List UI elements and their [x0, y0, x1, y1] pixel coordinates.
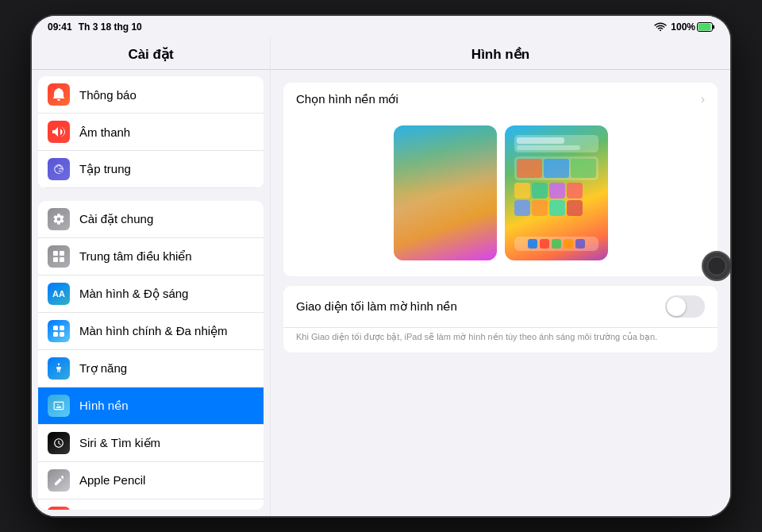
display-label: Màn hình & Độ sáng	[79, 287, 188, 301]
svg-rect-9	[60, 326, 64, 330]
svg-rect-1	[713, 25, 714, 29]
home-button[interactable]	[702, 251, 730, 281]
svg-point-12	[58, 364, 60, 365]
sidebar-item-wallpaper[interactable]: Hình nền	[38, 387, 264, 425]
touchid-icon	[48, 507, 70, 510]
choose-wallpaper-label: Chọn hình nền mới	[296, 92, 398, 106]
main-content: Cài đặt Thông báo Âm thanh	[32, 38, 730, 516]
homescreen-label: Màn hình chính & Đa nhiệm	[79, 324, 228, 338]
general-icon	[48, 208, 70, 230]
display-icon: AA	[48, 283, 70, 305]
wallpaper-choose-section: Chọn hình nền mới ›	[283, 83, 718, 276]
svg-rect-10	[53, 332, 58, 337]
svg-rect-11	[60, 332, 64, 337]
dark-mode-description: Khi Giao diện tối được bật, iPad sẽ làm …	[296, 331, 657, 343]
right-panel: Hình nền Chọn hình nền mới ›	[271, 38, 730, 516]
sidebar-item-controlcenter[interactable]: Trung tâm điều khiển	[38, 238, 264, 276]
svg-rect-8	[53, 326, 58, 330]
dark-mode-section: Giao diện tối làm mờ hình nền Khi Giao d…	[283, 286, 718, 353]
ipad-frame: 09:41 Th 3 18 thg 10 100%	[32, 16, 730, 516]
wifi-icon	[654, 21, 667, 33]
sidebar-item-touchid[interactable]: Touch ID & Mật mã	[38, 499, 264, 510]
controlcenter-icon	[48, 245, 70, 268]
dark-mode-label: Giao diện tối làm mờ hình nền	[296, 299, 457, 314]
controlcenter-label: Trung tâm điều khiển	[79, 249, 192, 264]
svg-rect-6	[53, 257, 58, 262]
sidebar-item-general[interactable]: Cài đặt chung	[38, 201, 264, 238]
sidebar-item-sounds[interactable]: Âm thanh	[38, 114, 264, 151]
siri-icon	[48, 432, 70, 454]
right-panel-title: Hình nền	[271, 38, 730, 70]
sidebar-item-homescreen[interactable]: Màn hình chính & Đa nhiệm	[38, 313, 264, 350]
status-date: Th 3 18 thg 10	[79, 21, 142, 33]
notifications-label: Thông báo	[79, 88, 137, 102]
chevron-right-icon: ›	[701, 92, 705, 106]
lock-screen-preview[interactable]	[394, 125, 497, 260]
focus-icon	[48, 158, 70, 180]
status-time: 09:41	[48, 21, 72, 33]
sidebar-item-notifications[interactable]: Thông báo	[38, 76, 264, 114]
sidebar-item-focus[interactable]: Tập trung	[38, 151, 264, 188]
sidebar-section-2: Cài đặt chung Trung tâm điều khiển AA Mà…	[38, 201, 264, 510]
choose-wallpaper-button[interactable]: Chọn hình nền mới ›	[283, 83, 718, 116]
sidebar-title: Cài đặt	[32, 38, 270, 70]
svg-rect-7	[60, 257, 64, 262]
focus-label: Tập trung	[79, 162, 131, 176]
right-panel-body: Chọn hình nền mới ›	[271, 70, 730, 516]
dark-mode-toggle[interactable]	[665, 295, 705, 318]
wallpaper-previews	[283, 116, 718, 276]
toggle-knob	[667, 297, 686, 316]
general-label: Cài đặt chung	[79, 212, 153, 226]
sidebar-item-accessibility[interactable]: Trợ năng	[38, 350, 264, 387]
sidebar-item-siri[interactable]: Siri & Tìm kiếm	[38, 425, 264, 462]
sidebar: Cài đặt Thông báo Âm thanh	[32, 38, 270, 516]
home-button-inner	[707, 256, 726, 276]
siri-label: Siri & Tìm kiếm	[79, 436, 160, 450]
svg-rect-4	[53, 251, 58, 256]
battery-percent: 100%	[671, 21, 695, 33]
sidebar-item-pencil[interactable]: Apple Pencil	[38, 462, 264, 499]
pencil-label: Apple Pencil	[79, 473, 145, 487]
svg-rect-5	[60, 251, 64, 256]
accessibility-label: Trợ năng	[79, 361, 127, 376]
status-right: 100%	[654, 21, 714, 33]
sounds-icon	[48, 121, 70, 143]
svg-rect-2	[698, 24, 711, 31]
accessibility-icon	[48, 357, 70, 380]
status-bar: 09:41 Th 3 18 thg 10 100%	[32, 16, 730, 38]
dark-mode-description-row: Khi Giao diện tối được bật, iPad sẽ làm …	[283, 328, 718, 353]
notifications-icon	[48, 83, 70, 106]
battery-icon: 100%	[671, 21, 714, 33]
pencil-icon	[48, 469, 70, 492]
wallpaper-label: Hình nền	[79, 399, 129, 413]
sidebar-item-display[interactable]: AA Màn hình & Độ sáng	[38, 276, 264, 313]
homescreen-icon	[48, 320, 70, 342]
sounds-label: Âm thanh	[79, 125, 130, 139]
dark-mode-toggle-row: Giao diện tối làm mờ hình nền	[283, 286, 718, 328]
wallpaper-icon	[48, 395, 70, 417]
home-screen-preview[interactable]	[505, 125, 608, 260]
sidebar-section-1: Thông báo Âm thanh Tập trung	[38, 76, 264, 188]
